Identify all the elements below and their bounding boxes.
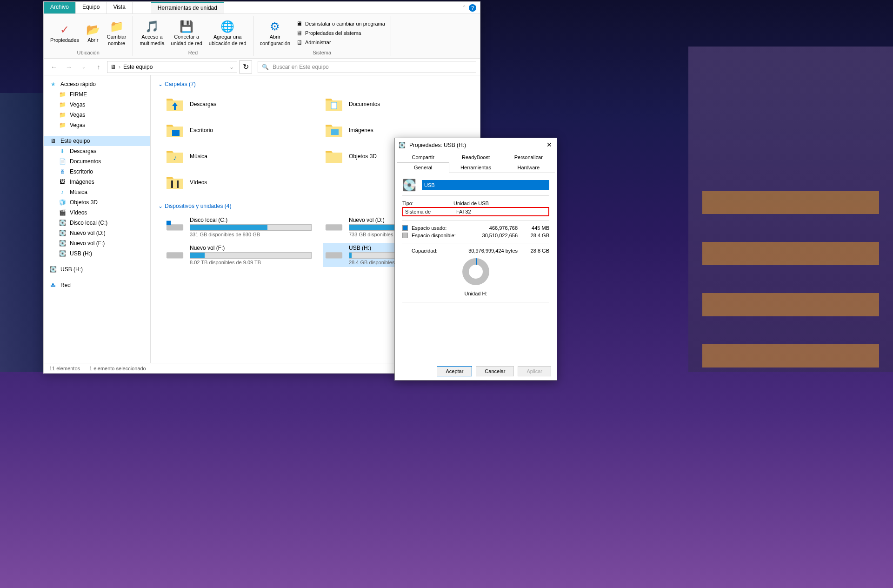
svg-rect-1 <box>172 130 180 136</box>
unidad-label: Unidad H: <box>402 289 549 298</box>
usage-pie-chart <box>462 258 489 285</box>
dialog-title-bar[interactable]: 💽 Propiedades: USB (H:) ✕ <box>395 138 557 152</box>
disponible-bytes: 30,510,022,656 <box>462 233 518 238</box>
sidebar-item-imagenes[interactable]: 🖼Imágenes <box>44 177 150 187</box>
folder-musica[interactable]: ♪ Música <box>164 145 313 167</box>
system-props-icon: 🖥 <box>296 29 303 37</box>
dialog-body: 💽 Tipo: Unidad de USB Sistema de FAT32 E… <box>395 173 557 312</box>
disponible-human: 28.4 GB <box>521 233 549 238</box>
ribbon-collapse-icon[interactable]: ⌃ <box>462 5 466 10</box>
tab-herramientas[interactable]: Herramientas <box>449 162 502 173</box>
pictures-folder-icon <box>325 121 343 140</box>
svg-text:♪: ♪ <box>173 154 177 161</box>
capacidad-human: 28.8 GB <box>521 248 549 254</box>
drive-f[interactable]: Nuevo vol (F:) 8.02 TB disponibles de 9.… <box>164 243 313 267</box>
drive-icon: 💽 <box>59 229 66 237</box>
sidebar-item-disco-d[interactable]: 💽Nuevo vol (D:) <box>44 228 150 238</box>
forward-button[interactable]: → <box>62 60 75 74</box>
acceso-multimedia-button[interactable]: 🎵 Acceso a multimedia <box>137 17 167 49</box>
tab-general[interactable]: General <box>397 162 449 173</box>
up-button[interactable]: ↑ <box>92 60 105 74</box>
close-button[interactable]: ✕ <box>545 141 554 150</box>
refresh-button[interactable]: ↻ <box>239 60 252 74</box>
help-icon[interactable]: ? <box>469 4 476 12</box>
folder-descargas[interactable]: Descargas <box>164 93 313 115</box>
aplicar-button[interactable]: Aplicar <box>518 366 551 376</box>
pc-icon: 🖥 <box>49 137 57 145</box>
svg-rect-2 <box>331 129 339 135</box>
back-button[interactable]: ← <box>47 60 60 74</box>
manage-icon: 🖥 <box>296 39 303 46</box>
sidebar-item-descargas[interactable]: ⬇Descargas <box>44 146 150 156</box>
used-color-swatch <box>402 225 408 231</box>
drive-c[interactable]: Disco local (C:) 331 GB disponibles de 9… <box>164 215 313 239</box>
sidebar-item-firme[interactable]: 📁FIRME <box>44 89 150 100</box>
sidebar-item-usb-h[interactable]: 💽USB (H:) <box>44 248 150 259</box>
sidebar-item-documentos[interactable]: 📄Documentos <box>44 156 150 167</box>
add-location-icon: 🌐 <box>220 19 235 34</box>
usb-icon: 💽 <box>49 266 57 273</box>
this-pc-header[interactable]: 🖥 Este equipo <box>44 136 150 146</box>
propiedades-button[interactable]: ✓ Propiedades <box>47 17 82 49</box>
recent-dropdown[interactable]: ⌄ <box>77 60 90 74</box>
propiedades-sistema-button[interactable]: 🖥 Propiedades del sistema <box>294 28 387 38</box>
folders-section-header[interactable]: ⌄ Carpetas (7) <box>158 79 473 89</box>
cancelar-button[interactable]: Cancelar <box>476 366 514 376</box>
sidebar-item-vegas[interactable]: 📁Vegas <box>44 110 150 120</box>
sidebar-item-disco-f[interactable]: 💽Nuevo vol (F:) <box>44 238 150 248</box>
quick-access-header[interactable]: ★ Acceso rápido <box>44 79 150 89</box>
chevron-down-icon: ⌄ <box>158 203 163 209</box>
desinstalar-button[interactable]: 🖥 Desinstalar o cambiar un programa <box>294 19 387 28</box>
usado-human: 445 MB <box>521 225 549 231</box>
tab-personalizar[interactable]: Personalizar <box>502 152 555 162</box>
tab-compartir[interactable]: Compartir <box>397 152 449 162</box>
music-folder-icon: ♪ <box>166 147 184 166</box>
drive-name-input[interactable] <box>422 180 549 190</box>
folder-escritorio[interactable]: Escritorio <box>164 119 313 141</box>
sidebar-item-escritorio[interactable]: 🖥Escritorio <box>44 167 150 177</box>
tab-readyboost[interactable]: ReadyBoost <box>449 152 502 162</box>
aceptar-button[interactable]: Aceptar <box>437 366 472 376</box>
svg-rect-4 <box>171 180 173 188</box>
folder-documentos[interactable]: Documentos <box>323 93 473 115</box>
sidebar-item-disco-c[interactable]: 💽Disco local (C:) <box>44 218 150 228</box>
usb-drive-icon <box>325 245 343 263</box>
sidebar-usb-section[interactable]: 💽USB (H:) <box>44 264 150 274</box>
sistema-label: Sistema de <box>405 209 456 214</box>
group-label: Ubicación <box>47 49 129 55</box>
address-bar[interactable]: 🖥 › Este equipo ⌄ <box>107 61 237 73</box>
tab-vista[interactable]: Vista <box>107 2 132 13</box>
sidebar-item-videos[interactable]: 🎬Vídeos <box>44 207 150 218</box>
sidebar-network[interactable]: 🖧Red <box>44 280 150 290</box>
network-icon: 🖧 <box>49 281 57 289</box>
settings-gear-icon: ⚙ <box>267 19 282 34</box>
selection-count: 1 elemento seleccionado <box>89 366 146 371</box>
administrar-button[interactable]: 🖥 Administrar <box>294 38 387 47</box>
tab-herramientas[interactable]: Herramientas de unidad <box>151 2 224 13</box>
abrir-config-button[interactable]: ⚙ Abrir configuración <box>257 17 293 49</box>
network-drive-icon: 💾 <box>179 19 194 34</box>
sidebar-item-vegas[interactable]: 📁Vegas <box>44 120 150 130</box>
tab-archivo[interactable]: Archivo <box>44 2 76 13</box>
tab-hardware[interactable]: Hardware <box>502 162 555 173</box>
navigation-bar: ← → ⌄ ↑ 🖥 › Este equipo ⌄ ↻ 🔍 Buscar en … <box>44 59 480 75</box>
ribbon: ✓ Propiedades 📂 Abrir 📁 Cambiar nombre U… <box>44 14 480 59</box>
uninstall-icon: 🖥 <box>296 20 303 27</box>
svg-rect-8 <box>326 224 342 230</box>
svg-rect-5 <box>177 180 179 188</box>
sidebar-item-vegas[interactable]: 📁Vegas <box>44 100 150 110</box>
conectar-unidad-button[interactable]: 💾 Conectar a unidad de red <box>168 17 205 49</box>
abrir-button[interactable]: 📂 Abrir <box>83 17 103 49</box>
tab-equipo[interactable]: Equipo <box>76 2 107 13</box>
ribbon-tabs: Archivo Equipo Vista Herramientas de uni… <box>44 2 480 14</box>
cambiar-nombre-button[interactable]: 📁 Cambiar nombre <box>104 17 129 49</box>
folder-videos[interactable]: Vídeos <box>164 171 313 194</box>
sidebar-item-musica[interactable]: ♪Música <box>44 187 150 197</box>
chevron-down-icon[interactable]: ⌄ <box>229 64 234 70</box>
drive-icon: 💽 <box>59 240 66 247</box>
capacidad-label: Capacidad: <box>402 248 454 254</box>
sidebar-item-objetos3d[interactable]: 🧊Objetos 3D <box>44 197 150 207</box>
search-input[interactable]: 🔍 Buscar en Este equipo <box>258 61 476 73</box>
agregar-ubicacion-button[interactable]: 🌐 Agregar una ubicación de red <box>206 17 249 49</box>
filesystem-highlight: Sistema de FAT32 <box>402 207 549 216</box>
